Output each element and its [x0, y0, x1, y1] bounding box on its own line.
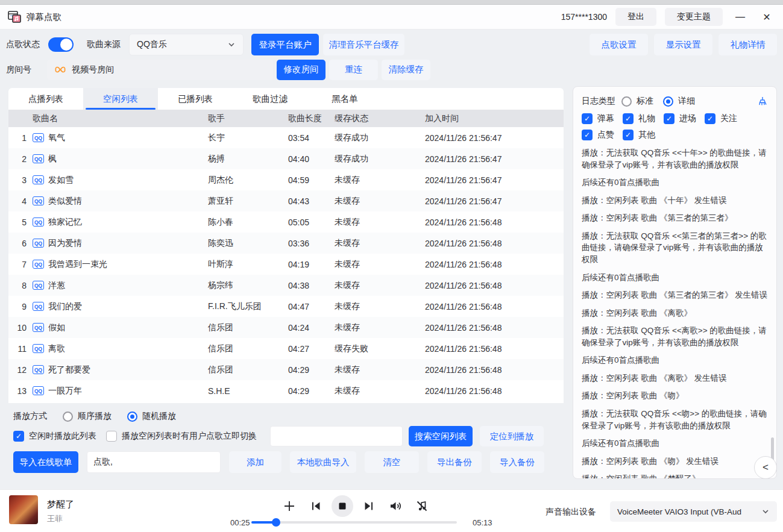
row-number: 3	[8, 175, 31, 185]
output-device-select[interactable]: VoiceMeeter VAIO3 Input (VB-Aud	[610, 501, 777, 522]
table-row[interactable]: 8QQ洋葱杨宗纬04:38未缓存2024/11/26 21:56:48	[8, 275, 564, 296]
login-platform-button[interactable]: 登录平台账户	[251, 34, 319, 55]
log-type-1[interactable]: 标准	[621, 96, 653, 107]
song-name-cell: QQ离歌	[31, 343, 208, 354]
added-time: 2024/11/26 21:56:48	[425, 365, 564, 375]
export-backup-button[interactable]: 导出备份	[427, 451, 482, 473]
minimize-button[interactable]: —	[731, 8, 749, 26]
clean-platform-cache-button[interactable]: 清理音乐平台缓存	[323, 34, 404, 55]
tab-3[interactable]: 已播列表	[158, 88, 233, 110]
playback-mode-1-radio-icon[interactable]	[63, 412, 73, 422]
idle-search-input[interactable]	[270, 426, 403, 446]
clear-log-broom-icon[interactable]	[757, 96, 768, 107]
checkbox-unchecked-icon[interactable]	[106, 431, 117, 442]
table-row[interactable]: 9QQ我们的爱F.I.R.飞儿乐团04:47未缓存2024/11/26 21:5…	[8, 296, 564, 317]
tab-2[interactable]: 空闲列表	[83, 88, 158, 110]
playback-mode-2-radio-icon[interactable]	[127, 412, 137, 422]
log-filter-2[interactable]: ✓礼物	[623, 113, 655, 124]
log-filter-checkbox-icon[interactable]: ✓	[623, 130, 634, 140]
cache-status: 未缓存	[335, 175, 425, 186]
stop-button[interactable]	[332, 495, 353, 517]
table-row[interactable]: 11QQ离歌信乐团04:27缓存失败2024/11/26 21:56:48	[8, 338, 564, 359]
log-entry: 播放：空闲列表 歌曲 《十年》 发生错误	[582, 195, 768, 207]
song-table-header: 歌曲名 歌手 歌曲长度 缓存状态 加入时间	[8, 110, 564, 127]
clear-list-button[interactable]: 清空	[365, 451, 419, 473]
log-type-1-radio-icon[interactable]	[621, 96, 632, 107]
table-row[interactable]: 7QQ我曾遇到一束光叶斯淳04:19未缓存2024/11/26 21:56:48	[8, 254, 564, 275]
song-artist: 陈小春	[208, 217, 288, 228]
tab-4[interactable]: 歌曲过滤	[233, 88, 307, 110]
clear-cache-button[interactable]: 清除缓存	[382, 60, 430, 80]
added-time: 2024/11/26 21:56:48	[425, 260, 564, 269]
next-track-button[interactable]	[358, 495, 380, 517]
log-filter-checkbox-icon[interactable]: ✓	[705, 113, 715, 124]
log-filter-checkbox-icon[interactable]: ✓	[582, 113, 593, 124]
close-button[interactable]: ✕	[758, 8, 776, 26]
playback-mode-radios: 顺序播放随机播放	[63, 411, 176, 422]
display-settings-button[interactable]: 显示设置	[654, 34, 712, 55]
playlist-keyword-input[interactable]	[87, 451, 221, 473]
progress-bar[interactable]	[251, 521, 457, 524]
log-filter-checkbox-icon[interactable]: ✓	[623, 113, 634, 124]
log-filter-3[interactable]: ✓进场	[664, 113, 696, 124]
reconnect-button[interactable]: 重连	[329, 60, 378, 80]
log-filter-label: 其他	[638, 130, 655, 140]
add-button[interactable]: 添加	[229, 451, 281, 473]
song-settings-button[interactable]: 点歌设置	[590, 34, 648, 55]
modify-room-button[interactable]: 修改房间	[277, 60, 325, 80]
row-number: 6	[8, 239, 31, 248]
playback-mode-2[interactable]: 随机播放	[127, 411, 176, 422]
volume-icon[interactable]	[385, 495, 406, 517]
table-row[interactable]: 6QQ因为爱情陈奕迅03:36未缓存2024/11/26 21:56:48	[8, 233, 564, 254]
table-row[interactable]: 3QQ发如雪周杰伦04:59未缓存2024/11/26 21:56:47	[8, 169, 564, 190]
playback-mode-1-label: 顺序播放	[78, 411, 112, 422]
tab-5[interactable]: 黑名单	[307, 88, 382, 110]
log-filter-1[interactable]: ✓弹幕	[582, 113, 614, 124]
table-row[interactable]: 10QQ假如信乐团04:24未缓存2024/11/26 21:56:48	[8, 317, 564, 338]
import-backup-button[interactable]: 导入备份	[490, 451, 544, 473]
checkbox-checked-icon[interactable]: ✓	[13, 431, 24, 442]
toggle-knob	[60, 39, 72, 51]
table-row[interactable]: 1QQ氧气长宇03:54缓存成功2024/11/26 21:56:47	[8, 127, 564, 148]
logout-button[interactable]: 登出	[615, 8, 656, 26]
log-filter-checkbox-icon[interactable]: ✓	[664, 113, 675, 124]
log-type-2[interactable]: 详细	[663, 96, 695, 107]
tab-1[interactable]: 点播列表	[8, 88, 83, 110]
header-cache-status: 缓存状态	[335, 113, 425, 124]
source-select[interactable]: QQ音乐	[129, 34, 244, 55]
local-song-import-button[interactable]: 本地歌曲导入	[290, 451, 356, 473]
change-theme-button[interactable]: 变更主题	[665, 8, 723, 26]
progress-thumb[interactable]	[272, 518, 280, 527]
search-idle-list-button[interactable]: 搜索空闲列表	[409, 426, 473, 446]
log-filter-5[interactable]: ✓点赞	[582, 130, 614, 140]
room-input[interactable]	[72, 65, 241, 75]
log-entry: 播放：空闲列表 歌曲 《吻》 发生错误	[582, 455, 768, 468]
song-length: 04:47	[288, 302, 335, 311]
cache-status: 缓存成功	[335, 154, 425, 164]
idle-play-checkbox-item[interactable]: ✓ 空闲时播放此列表	[13, 431, 96, 442]
import-online-playlist-button[interactable]: 导入在线歌单	[13, 451, 78, 473]
elapsed-time: 00:25	[230, 518, 250, 527]
song-status-toggle[interactable]	[48, 37, 74, 52]
switch-checkbox-item[interactable]: 播放空闲列表时有用户点歌立即切换	[106, 431, 257, 442]
lyrics-off-icon[interactable]	[411, 495, 433, 517]
song-table-body: 1QQ氧气长宇03:54缓存成功2024/11/26 21:56:472QQ枫杨…	[8, 127, 564, 401]
log-filter-checkbox-icon[interactable]: ✓	[582, 130, 593, 140]
playback-mode-1[interactable]: 顺序播放	[63, 411, 112, 422]
locate-playing-button[interactable]: 定位到播放	[480, 426, 544, 446]
log-type-2-radio-icon[interactable]	[663, 96, 673, 107]
table-row[interactable]: 2QQ枫杨搏04:40缓存成功2024/11/26 21:56:47	[8, 148, 564, 169]
log-filter-6[interactable]: ✓其他	[623, 130, 655, 140]
log-filter-4[interactable]: ✓关注	[705, 113, 737, 124]
added-time: 2024/11/26 21:56:48	[425, 239, 564, 248]
row-number: 9	[8, 302, 31, 311]
table-row[interactable]: 5QQ独家记忆陈小春05:05未缓存2024/11/26 21:56:48	[8, 211, 564, 233]
table-row[interactable]: 4QQ类似爱情萧亚轩04:43未缓存2024/11/26 21:56:47	[8, 190, 564, 211]
gift-details-button[interactable]: 礼物详情	[719, 34, 777, 55]
add-song-button[interactable]	[278, 495, 300, 517]
table-row[interactable]: 13QQ一眼万年S.H.E04:29未缓存2024/11/26 21:56:48	[8, 380, 564, 401]
collapse-log-panel-button[interactable]: <	[754, 456, 777, 479]
table-row[interactable]: 12QQ死了都要爱信乐团04:29未缓存2024/11/26 21:56:48	[8, 359, 564, 380]
song-name: 氧气	[48, 133, 65, 143]
previous-track-button[interactable]	[305, 495, 327, 517]
